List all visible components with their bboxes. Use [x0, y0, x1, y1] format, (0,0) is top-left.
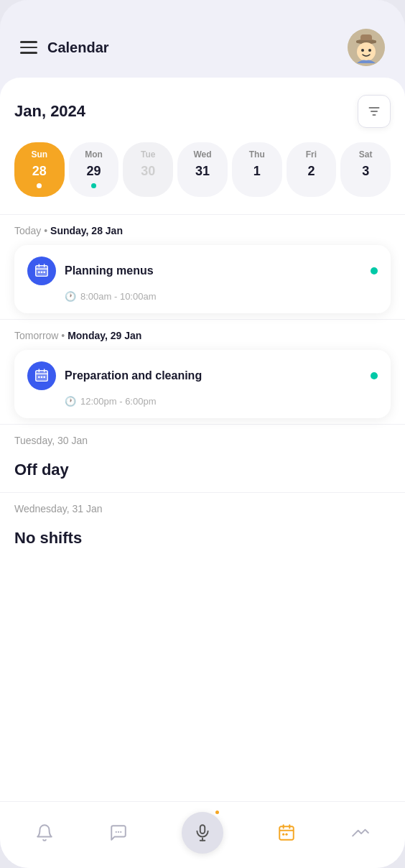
- page-title: Calendar: [47, 40, 109, 56]
- header: Calendar: [0, 0, 405, 78]
- wednesday-section-label: Wednesday, 31 Jan: [14, 493, 391, 523]
- event-card-row-2: Preparation and cleaning: [27, 361, 378, 390]
- day-dot: [309, 183, 314, 188]
- off-day-label: Off day: [14, 461, 69, 479]
- event-status-dot: [371, 267, 378, 274]
- day-name: Tue: [141, 149, 155, 160]
- day-name: Fri: [306, 149, 317, 160]
- svg-point-5: [361, 49, 364, 52]
- day-number: 28: [32, 164, 47, 179]
- no-shifts-section: No shifts: [14, 523, 391, 560]
- day-name: Sat: [359, 149, 373, 160]
- day-name: Sun: [32, 149, 48, 160]
- tomorrow-date: Monday, 29 Jan: [68, 330, 141, 341]
- day-sat-3[interactable]: Sat 3: [340, 142, 391, 197]
- nav-analytics[interactable]: [349, 821, 372, 844]
- svg-point-20: [43, 376, 45, 378]
- nav-dot: [214, 809, 220, 816]
- svg-point-13: [43, 271, 45, 273]
- svg-point-11: [38, 271, 40, 273]
- nav-notifications[interactable]: [33, 821, 56, 844]
- day-dot: [37, 183, 42, 188]
- day-number: 30: [141, 164, 155, 179]
- day-number: 1: [253, 164, 261, 179]
- today-date: Sunday, 28 Jan: [50, 225, 123, 236]
- day-dot: [363, 183, 368, 188]
- event-card-cleaning[interactable]: Preparation and cleaning 🕐 12:00pm - 6:0…: [14, 350, 391, 418]
- event-card-left-2: Preparation and cleaning: [27, 361, 202, 390]
- event-time-row-2: 🕐 12:00pm - 6:00pm: [65, 396, 378, 407]
- svg-point-32: [285, 834, 287, 836]
- wednesday-date: Wednesday, 31 Jan: [14, 503, 102, 514]
- day-name: Wed: [193, 149, 211, 160]
- day-number: 31: [195, 164, 210, 179]
- day-mon-29[interactable]: Mon 29: [69, 142, 119, 197]
- menu-button[interactable]: [20, 41, 37, 54]
- svg-rect-14: [36, 371, 48, 382]
- day-number: 3: [362, 164, 369, 179]
- event-icon-planning: [27, 257, 56, 285]
- svg-point-6: [368, 49, 371, 52]
- tomorrow-section-label: Tomorrow • Monday, 29 Jan: [14, 320, 391, 350]
- filter-button[interactable]: [358, 95, 391, 128]
- day-dot: [254, 183, 259, 188]
- svg-point-19: [41, 376, 43, 378]
- day-dot: [200, 183, 205, 188]
- event-card-row: Planning menus: [27, 257, 378, 285]
- header-left: Calendar: [20, 40, 109, 56]
- day-wed-31[interactable]: Wed 31: [177, 142, 228, 197]
- bottom-nav: [0, 801, 405, 868]
- clock-icon-2: 🕐: [65, 396, 76, 407]
- day-fri-2[interactable]: Fri 2: [287, 142, 337, 197]
- day-name: Thu: [249, 149, 265, 160]
- event-card-planning[interactable]: Planning menus 🕐 8:00am - 10:00am: [14, 245, 391, 313]
- mic-icon: [193, 823, 212, 842]
- svg-point-12: [41, 271, 43, 273]
- nav-calendar[interactable]: [275, 821, 298, 844]
- bell-icon: [33, 821, 56, 844]
- event-time-planning: 8:00am - 10:00am: [80, 291, 157, 302]
- event-title-planning: Planning menus: [65, 264, 154, 277]
- svg-point-22: [118, 831, 119, 833]
- tuesday-date: Tuesday, 30 Jan: [14, 435, 88, 446]
- main-content: Jan, 2024 Sun 28 Mon 29 Tue: [0, 78, 405, 801]
- tuesday-section-label: Tuesday, 30 Jan: [14, 425, 391, 455]
- today-section-label: Today • Sunday, 28 Jan: [14, 215, 391, 245]
- day-sun-28[interactable]: Sun 28: [14, 142, 65, 197]
- day-thu-1[interactable]: Thu 1: [232, 142, 282, 197]
- month-header: Jan, 2024: [14, 95, 391, 128]
- nav-messages[interactable]: [107, 821, 130, 844]
- svg-rect-24: [200, 825, 205, 834]
- event-icon-cleaning: [27, 361, 56, 390]
- week-strip: Sun 28 Mon 29 Tue 30 Wed 31: [14, 142, 391, 197]
- day-number: 29: [87, 164, 101, 179]
- avatar[interactable]: [348, 29, 385, 66]
- clock-icon: 🕐: [65, 291, 76, 302]
- chart-icon: [349, 821, 372, 844]
- phone-container: Calendar: [0, 0, 405, 868]
- event-card-left: Planning menus: [27, 257, 154, 285]
- svg-point-4: [357, 42, 376, 61]
- day-number: 2: [307, 164, 315, 179]
- month-title: Jan, 2024: [14, 102, 85, 121]
- day-tue-30[interactable]: Tue 30: [123, 142, 173, 197]
- day-dot: [146, 183, 151, 188]
- svg-point-18: [38, 376, 40, 378]
- svg-point-21: [116, 831, 117, 833]
- svg-rect-7: [36, 266, 48, 277]
- day-dot: [91, 183, 96, 188]
- chat-icon: [107, 821, 130, 844]
- event-time-cleaning: 12:00pm - 6:00pm: [80, 396, 157, 407]
- event-time-row: 🕐 8:00am - 10:00am: [65, 291, 378, 302]
- svg-point-23: [121, 831, 122, 833]
- calendar-nav-icon: [275, 821, 298, 844]
- no-shifts-label: No shifts: [14, 529, 82, 547]
- day-name: Mon: [85, 149, 103, 160]
- event-title-cleaning: Preparation and cleaning: [65, 369, 202, 382]
- filter-icon: [367, 104, 381, 119]
- svg-point-31: [282, 834, 284, 836]
- event-status-dot-2: [371, 372, 378, 379]
- nav-voice-button[interactable]: [182, 812, 223, 854]
- off-day-section: Off day: [14, 455, 391, 492]
